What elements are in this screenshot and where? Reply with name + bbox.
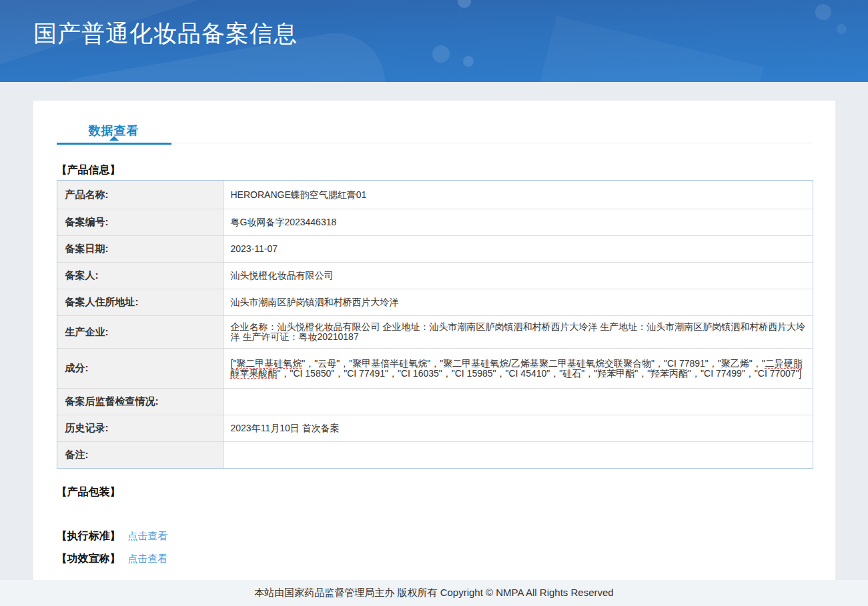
row-label: 备案后监督检查情况: [57,389,224,415]
table-row-registration-number: 备案编号: 粤G妆网备字2023446318 [57,209,813,235]
row-label: 产品名称: [57,181,224,209]
header-decoration-dot [463,56,474,67]
row-label: 历史记录: [57,415,224,441]
table-row-remarks: 备注: [57,441,813,468]
view-efficacy-link[interactable]: 点击查看 [128,553,168,565]
table-row-registrant: 备案人: 汕头悦橙化妆品有限公司 [57,262,813,289]
table-row-ingredients: 成分: ["聚二甲基硅氧烷"，"云母"，"聚甲基倍半硅氧烷"，"聚二甲基硅氧烷/… [57,348,813,388]
table-row-history: 历史记录: 2023年11月10日 首次备案 [57,415,813,441]
spellcheck-marked-text: 聚二甲基硅氧烷 [236,358,302,369]
section-execution-standard: 【执行标准】 点击查看 [57,529,813,543]
view-standard-link[interactable]: 点击查看 [128,530,168,543]
row-value: 2023年11月10日 首次备案 [231,423,340,433]
row-value: HERORANGE蝶韵空气腮红膏01 [231,190,367,200]
row-label: 备案人住所地址: [57,289,224,315]
row-value: 汕头悦橙化妆品有限公司 [231,271,334,281]
tab-bar: 数据查看 [57,123,813,143]
row-value: 粤G妆网备字2023446318 [231,217,337,227]
section-title-product-info: 【产品信息】 [57,163,813,177]
row-label: 成分: [57,349,224,388]
table-row-product-name: 产品名称: HERORANGE蝶韵空气腮红膏01 [57,181,813,209]
content-card: 数据查看 【产品信息】 产品名称: HERORANGE蝶韵空气腮红膏01 备案编… [33,101,835,580]
footer-copyright-text: 本站由国家药品监督管理局主办 版权所有 Copyright © NMPA All… [254,587,613,599]
row-value: 汕头市潮南区胪岗镇泗和村桥西片大坽洋 [231,297,399,307]
tab-data-view[interactable]: 数据查看 [57,123,171,145]
page-footer: 本站由国家药品监督管理局主办 版权所有 Copyright © NMPA All… [0,580,868,606]
table-row-registration-date: 备案日期: 2023-11-07 [57,235,813,262]
row-value: 2023-11-07 [231,244,278,254]
section-title-standard: 【执行标准】 [57,529,121,543]
page-header-banner: 国产普通化妆品备案信息 [0,0,868,82]
row-label: 备案编号: [57,209,224,235]
product-info-table: 产品名称: HERORANGE蝶韵空气腮红膏01 备案编号: 粤G妆网备字202… [57,180,813,469]
table-row-post-registration-inspection: 备案后监督检查情况: [57,388,813,415]
row-value-ingredients: ["聚二甲基硅氧烷"，"云母"，"聚甲基倍半硅氧烷"，"聚二甲基硅氧烷/乙烯基聚… [231,359,806,379]
row-label: 备案人: [57,263,224,289]
table-row-manufacturer: 生产企业: 企业名称：汕头悦橙化妆品有限公司 企业地址：汕头市潮南区胪岗镇泗和村… [57,315,813,348]
table-row-registrant-address: 备案人住所地址: 汕头市潮南区胪岗镇泗和村桥西片大坽洋 [57,289,813,315]
tab-active-caret-icon [109,136,119,141]
row-value: 企业名称：汕头悦橙化妆品有限公司 企业地址：汕头市潮南区胪岗镇泗和村桥西片大坽洋… [231,322,806,342]
row-label: 备案日期: [57,236,224,262]
row-label: 生产企业: [57,316,224,348]
row-label: 备注: [57,442,224,468]
section-efficacy-claim: 【功效宣称】 点击查看 [57,552,813,566]
page-title: 国产普通化妆品备案信息 [0,0,868,49]
section-title-packaging: 【产品包装】 [57,485,813,499]
section-title-efficacy: 【功效宣称】 [57,552,121,566]
